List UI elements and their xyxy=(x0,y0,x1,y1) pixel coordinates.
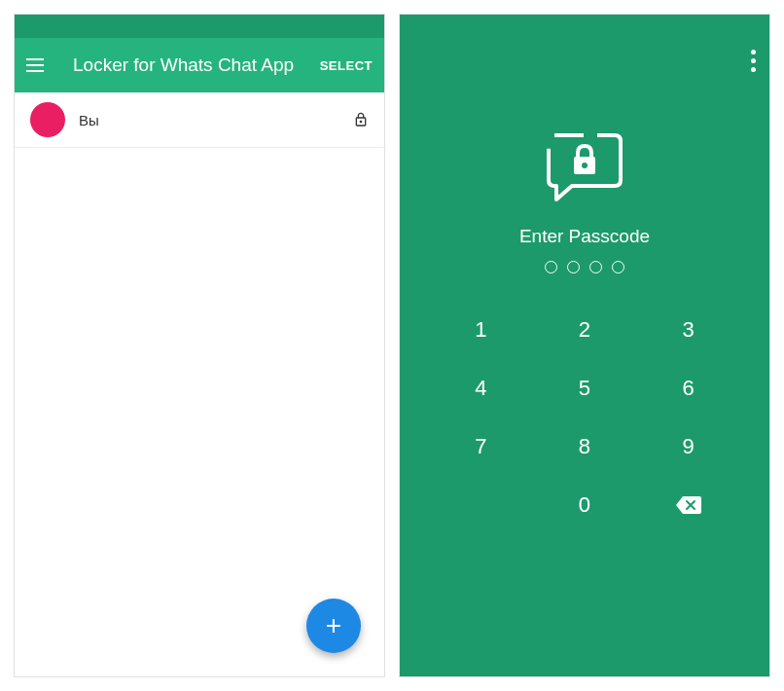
passcode-dots xyxy=(400,261,769,273)
chat-name: Вы xyxy=(79,112,353,128)
passcode-dot xyxy=(567,261,580,273)
plus-icon: + xyxy=(326,610,341,641)
key-7[interactable]: 7 xyxy=(429,418,533,476)
toolbar: Locker for Whats Chat App SELECT xyxy=(15,38,384,92)
app-logo-icon xyxy=(543,131,626,204)
key-2[interactable]: 2 xyxy=(533,301,637,359)
add-button[interactable]: + xyxy=(306,599,361,653)
backspace-button[interactable] xyxy=(636,476,740,534)
passcode-dot xyxy=(612,261,624,273)
key-3[interactable]: 3 xyxy=(636,301,740,359)
list-item[interactable]: Вы xyxy=(15,92,384,148)
key-6[interactable]: 6 xyxy=(636,359,740,418)
status-bar xyxy=(15,15,384,38)
avatar xyxy=(30,102,65,137)
app-title: Locker for Whats Chat App xyxy=(73,55,320,76)
key-9[interactable]: 9 xyxy=(636,418,740,476)
svg-point-1 xyxy=(582,163,588,168)
chat-list-screen: Locker for Whats Chat App SELECT Вы + xyxy=(14,14,385,677)
select-button[interactable]: SELECT xyxy=(320,58,373,73)
key-0[interactable]: 0 xyxy=(533,476,637,534)
passcode-screen: Enter Passcode 1 2 3 4 5 6 7 8 9 0 xyxy=(399,14,770,677)
chat-list: Вы xyxy=(15,92,384,676)
passcode-dot xyxy=(545,261,557,273)
key-8[interactable]: 8 xyxy=(533,418,637,476)
passcode-prompt: Enter Passcode xyxy=(400,226,769,247)
key-empty xyxy=(429,476,533,534)
key-5[interactable]: 5 xyxy=(533,359,637,418)
passcode-dot xyxy=(589,261,602,273)
more-icon[interactable] xyxy=(751,50,756,72)
key-4[interactable]: 4 xyxy=(429,359,533,418)
key-1[interactable]: 1 xyxy=(429,301,533,359)
menu-icon[interactable] xyxy=(26,54,50,77)
lock-icon xyxy=(353,110,369,129)
keypad: 1 2 3 4 5 6 7 8 9 0 xyxy=(400,301,769,534)
backspace-icon xyxy=(676,496,701,514)
